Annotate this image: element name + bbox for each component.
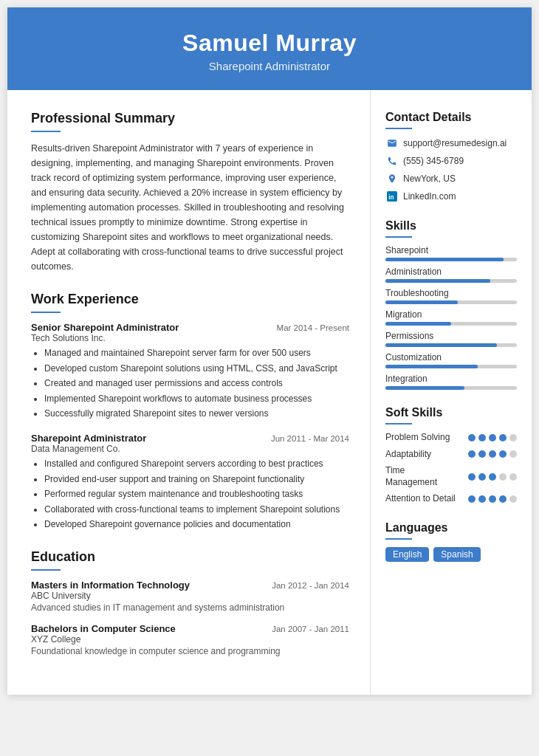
skill-item: Customization [385,352,517,368]
dot-filled [478,450,486,458]
job-company: Tech Solutions Inc. [31,333,349,343]
dot-empty [499,473,507,481]
summary-underline [31,131,61,132]
skill-item: Integration [385,374,517,390]
skill-bar-fill [385,279,490,283]
skill-bar-bg [385,258,517,261]
skill-item: Administration [385,267,517,283]
soft-skill-item: Attention to Detail [385,493,517,505]
soft-skill-item: Problem Solving [385,432,517,444]
dot-filled [468,434,476,441]
soft-skills-underline [385,423,412,425]
education-section: Education Masters in Information Technol… [31,549,349,656]
contact-text: NewYork, US [403,173,456,184]
list-item: Managed and maintained Sharepoint server… [44,346,349,360]
job-bullets: Installed and configured Sharepoint serv… [31,457,349,532]
skill-item: Migration [385,309,517,326]
language-badges: EnglishSpanish [385,547,517,562]
skill-label: Administration [385,267,517,277]
skills-title: Skills [385,219,517,233]
soft-skill-label: Attention to Detail [385,493,456,505]
list-item: Created and managed user permissions and… [44,377,349,391]
summary-section: Professional Summary Results-driven Shar… [31,111,349,274]
dot-empty [509,495,517,503]
list-item: Installed and configured Sharepoint serv… [44,457,349,471]
dot-empty [509,434,517,441]
list-item: Performed regular system maintenance and… [44,487,349,501]
job-dates: Mar 2014 - Present [277,323,349,332]
dot-filled [478,434,486,441]
skill-bar-bg [385,343,517,347]
dot-filled [499,495,507,503]
dot-filled [499,434,507,441]
edu-degree: Bachelors in Computer Science [31,623,176,634]
work-underline [31,312,61,313]
languages-title: Languages [385,521,517,535]
soft-skills-title: Soft Skills [385,406,517,419]
soft-skill-label: Adaptability [385,449,431,461]
dot-filled [468,473,476,481]
contact-text: support@resumedesign.ai [403,138,507,148]
summary-text: Results-driven Sharepoint Administrator … [31,141,349,274]
language-badge: Spanish [433,547,480,562]
contact-item: support@resumedesign.ai [385,137,517,150]
summary-title: Professional Summary [31,111,349,126]
skill-label: Migration [385,309,517,320]
contact-underline [385,128,412,129]
edu-underline [31,569,61,571]
skill-bar-bg [385,322,517,326]
job-entry: Sharepoint Administrator Jun 2011 - Mar … [31,433,349,532]
edu-degree: Masters in Information Technology [31,580,190,591]
language-badge: English [385,547,429,562]
skill-bar-fill [385,300,458,304]
soft-skill-item: Adaptability [385,449,517,461]
skill-bar-bg [385,386,517,390]
edu-school: XYZ College [31,634,349,645]
job-dates: Jun 2011 - Mar 2014 [271,434,349,443]
skill-bar-bg [385,365,517,368]
svg-text:in: in [388,194,394,201]
skills-underline [385,236,412,238]
languages-section: Languages EnglishSpanish [385,521,517,562]
edu-dates: Jan 2012 - Jan 2014 [272,581,349,590]
job-title: Senior Sharepoint Administrator [31,322,179,333]
list-item: Developed Sharepoint governance policies… [44,518,349,532]
side-column: Contact Details support@resumedesign.ai … [371,90,532,695]
skill-item: Permissions [385,331,517,347]
contact-item: (555) 345-6789 [385,154,517,168]
candidate-title: Sharepoint Administrator [22,60,517,72]
dot-filled [489,450,496,458]
phone-icon [385,154,399,168]
work-title: Work Experience [31,292,349,307]
soft-skill-label: Time Management [385,465,456,488]
list-item: Developed custom Sharepoint solutions us… [44,362,349,376]
dot-empty [509,473,517,481]
header: Samuel Murray Sharepoint Administrator [7,7,532,90]
dot-filled [489,434,496,441]
skill-label: Sharepoint [385,245,517,255]
skill-bar-fill [385,365,478,368]
edu-desc: Foundational knowledge in computer scien… [31,646,349,656]
dot-filled [489,473,496,481]
skill-label: Troubleshooting [385,288,517,298]
contact-text: LinkedIn.com [403,191,456,202]
dot-filled [489,495,496,503]
skill-bar-fill [385,343,497,347]
body-area: Professional Summary Results-driven Shar… [7,90,532,695]
skills-section: Skills Sharepoint Administration Trouble… [385,219,517,390]
contact-item: NewYork, US [385,172,517,185]
languages-underline [385,538,412,540]
edu-entry: Bachelors in Computer Science Jan 2007 -… [31,623,349,656]
soft-skill-label: Problem Solving [385,432,450,444]
job-title: Sharepoint Administrator [31,433,146,444]
linkedin-icon: in [385,190,399,203]
contact-item: in LinkedIn.com [385,190,517,203]
dot-filled [478,495,486,503]
job-entry: Senior Sharepoint Administrator Mar 2014… [31,322,349,421]
contact-text: (555) 345-6789 [403,156,464,166]
list-item: Provided end-user support and training o… [44,472,349,487]
email-icon [385,137,399,150]
skill-label: Integration [385,374,517,384]
edu-entry: Masters in Information Technology Jan 20… [31,580,349,613]
work-experience-section: Work Experience Senior Sharepoint Admini… [31,292,349,532]
